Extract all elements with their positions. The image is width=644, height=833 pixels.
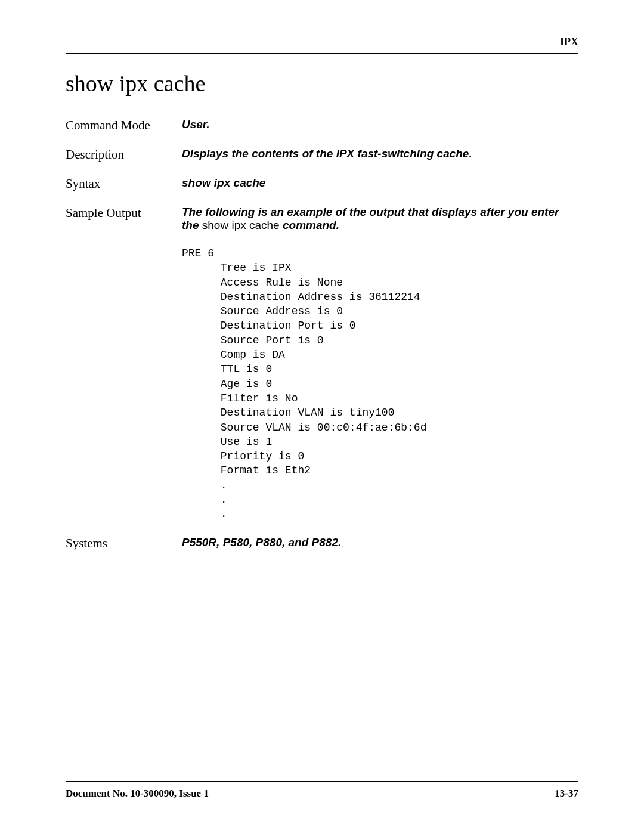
sample-output-pre: PRE 6 Tree is IPX Access Rule is None De… [182, 246, 578, 522]
page-container: IPX show ipx cache Command Mode User. De… [0, 0, 644, 833]
label-systems: Systems [66, 536, 182, 551]
sample-output-intro-suffix: command. [280, 219, 339, 231]
value-command-mode: User. [182, 118, 578, 131]
footer-row: Document No. 10-300090, Issue 1 13-37 [66, 788, 578, 800]
value-systems: P550R, P580, P880, and P882. [182, 536, 578, 549]
value-sample-output: The following is an example of the outpu… [182, 206, 578, 522]
page-title: show ipx cache [66, 70, 578, 97]
label-sample-output: Sample Output [66, 206, 182, 221]
row-systems: Systems P550R, P580, P880, and P882. [66, 536, 578, 551]
footer-doc-no: Document No. 10-300090, Issue 1 [66, 788, 209, 800]
row-command-mode: Command Mode User. [66, 118, 578, 133]
label-command-mode: Command Mode [66, 118, 182, 133]
footer-rule [66, 781, 578, 782]
sample-output-cmd: show ipx cache [202, 219, 280, 231]
value-syntax: show ipx cache [182, 176, 578, 190]
header-rule [66, 53, 578, 54]
label-syntax: Syntax [66, 176, 182, 191]
row-description: Description Displays the contents of the… [66, 147, 578, 162]
header-section-label: IPX [66, 36, 578, 48]
footer-page-no: 13-37 [555, 788, 578, 800]
row-syntax: Syntax show ipx cache [66, 176, 578, 191]
row-sample-output: Sample Output The following is an exampl… [66, 206, 578, 522]
value-description: Displays the contents of the IPX fast-sw… [182, 147, 578, 160]
label-description: Description [66, 147, 182, 162]
footer: Document No. 10-300090, Issue 1 13-37 [66, 781, 578, 800]
